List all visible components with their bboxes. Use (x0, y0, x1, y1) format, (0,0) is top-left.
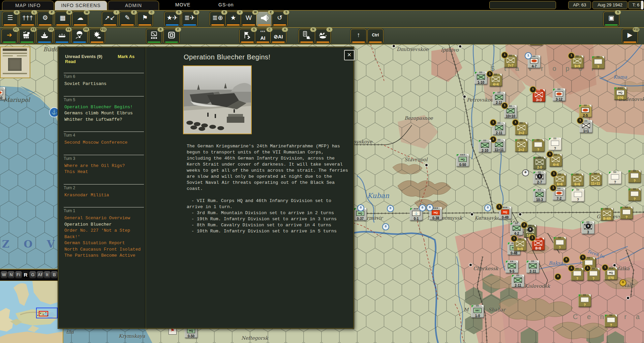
close-icon[interactable]: ✕ (344, 50, 355, 60)
nation-filter-af[interactable]: Af (37, 271, 43, 278)
nation-filter-r[interactable]: R (22, 271, 29, 278)
unit-counter[interactable]: III1=11 (580, 120, 592, 133)
production-factory-button[interactable]: N (299, 29, 315, 44)
losses-graves-button[interactable]: †††L (20, 11, 36, 27)
unit-counter[interactable]: xx4-71 (528, 55, 541, 68)
unit-counter[interactable]: III11=111 (493, 139, 505, 152)
unit-counter[interactable]: III? (553, 237, 566, 250)
nation-filter-it[interactable]: It (44, 271, 51, 278)
europe-minimap[interactable] (0, 281, 63, 343)
unit-counter[interactable]: III11=11 (589, 173, 602, 185)
combat-resolution-button[interactable]: F11 (89, 29, 105, 44)
goto-flag-button[interactable]: G (239, 29, 255, 44)
unit-counter[interactable]: III1-10 (474, 72, 487, 84)
rail-transport-button[interactable]: F2 (19, 29, 35, 44)
air-directives-button[interactable]: ≣✈D (182, 11, 198, 27)
unit-counter[interactable]: III93 (582, 221, 594, 234)
map-modes-button[interactable]: ▦M (55, 11, 71, 27)
objectives-flag-button[interactable]: ⚑C (137, 11, 153, 27)
unit-counter[interactable]: III6=61 (553, 173, 566, 186)
unit-counter[interactable]: III? (592, 56, 605, 69)
tab-admin[interactable]: ADMIN (108, 1, 159, 10)
event-list-item[interactable]: The Partisans Become Active (64, 253, 145, 259)
event-list-item[interactable]: Whither the Luftwaffe? (64, 117, 145, 123)
header-scrollbar[interactable] (641, 1, 643, 9)
unit-counter[interactable]: III2-10 (479, 140, 491, 152)
unit-counter[interactable]: xxxHQ0-491 (499, 206, 512, 219)
orders-list-button[interactable]: ☰O (2, 11, 18, 27)
nation-filter-n[interactable]: N (8, 271, 14, 278)
unit-counter[interactable]: III12-7 (533, 171, 546, 184)
unit-counter[interactable]: III10=101 (504, 105, 517, 118)
unit-counter[interactable]: III? (628, 170, 641, 183)
gs-toggle-label[interactable]: GS-on (218, 2, 234, 7)
ctrl-key-button[interactable]: Ctrl (367, 29, 384, 44)
unit-counter[interactable]: III8=69 (601, 208, 613, 221)
event-list-item[interactable]: General Scenario Overview (64, 215, 145, 222)
unit-counter[interactable]: III? (628, 188, 641, 201)
unit-counter[interactable]: xx10-3 (533, 189, 546, 202)
weather-button[interactable]: ☁W (72, 11, 88, 27)
nation-filter-w[interactable]: W (1, 271, 7, 278)
event-list-item[interactable]: Order No. 227 'Not a Step Back!' (64, 228, 145, 240)
unit-counter[interactable]: III? (605, 314, 617, 327)
unit-counter[interactable]: III7=71 (504, 55, 517, 67)
unit-counter[interactable]: III? (549, 138, 561, 150)
nation-filter-fi[interactable]: Fi (15, 271, 22, 278)
airdrop-button[interactable]: F8 (71, 29, 88, 44)
report-note-button[interactable]: ✎E (119, 11, 135, 27)
formation-frame-button[interactable]: F (163, 29, 180, 44)
events-megaphone-button[interactable]: E (256, 11, 272, 27)
unit-counter[interactable]: III8=81 (532, 237, 545, 250)
unit-counter[interactable]: III2-5 (579, 105, 592, 117)
event-list-item[interactable]: Germans climb Mount Elbrus (64, 110, 145, 117)
unit-counter[interactable]: III9=91 (514, 238, 526, 251)
unit-counter[interactable]: xx9-5 (505, 260, 518, 273)
unit-counter[interactable]: III? (609, 171, 621, 184)
unit-counter[interactable]: III2=21 (515, 122, 528, 135)
unit-counter[interactable]: III2-11 (512, 275, 524, 287)
unit-counter[interactable]: III2-111 (493, 122, 505, 135)
sea-transport-button[interactable]: F3 (36, 29, 53, 44)
event-list-item[interactable]: Where are the Oil Rigs? (64, 163, 145, 169)
unit-counter[interactable]: III?1 (587, 268, 600, 281)
air-doctrine-button[interactable]: ★✈D (164, 11, 180, 27)
next-unit-arrow-button[interactable]: ➔F1 (1, 29, 18, 44)
event-list-item[interactable]: Operation Bluecher Begins! (64, 104, 145, 111)
unit-counter[interactable]: III4=41 (489, 74, 502, 86)
unit-counter[interactable]: III3=31 (532, 89, 545, 102)
shift-key-button[interactable]: ↑ (350, 29, 367, 44)
ai-off-button[interactable]: ⊘AIA (270, 29, 286, 44)
event-list-item[interactable]: Soviet Partisans (64, 81, 145, 87)
unit-counter[interactable]: III0-50 (0, 87, 5, 100)
unit-counter[interactable]: III2=2 (515, 139, 528, 152)
ferry-barge-button[interactable]: F4 (54, 29, 70, 44)
unit-counter[interactable]: xxxHQ0-380 (429, 207, 442, 220)
end-turn-button[interactable]: ▶F12 (622, 29, 638, 44)
unit-counter[interactable]: III? (620, 206, 633, 219)
transfer-arrows-button[interactable]: ↗↙I (102, 11, 118, 27)
tab-map-info[interactable]: MAP INFO (2, 1, 54, 10)
wiki-button[interactable]: WW (241, 11, 257, 27)
unit-counter[interactable]: III6=6 (571, 173, 584, 186)
briefing-projector-button[interactable]: B (146, 29, 162, 44)
destroy-tank-button[interactable]: X (315, 29, 331, 44)
event-list-item[interactable]: Operation Bluecher (64, 222, 145, 228)
ai-corps-button[interactable]: XXXAIC (255, 29, 271, 44)
replay-button[interactable]: ↺S (272, 11, 288, 27)
preferences-gear-button[interactable]: ⚙P (37, 11, 53, 27)
unit-counter[interactable]: IIISEC1-0 (471, 305, 484, 318)
event-list-item[interactable]: North Caucasus Front Isolated (64, 247, 145, 253)
unit-counter[interactable]: III9=91 (571, 55, 584, 68)
event-list-item[interactable]: This Heat (64, 169, 145, 175)
nation-filter-g[interactable]: G (29, 271, 36, 278)
browser-globe-button[interactable]: ≣⊕B (210, 11, 226, 27)
header-text-input[interactable] (489, 1, 556, 9)
unit-counter[interactable]: xx7-21 (553, 188, 565, 200)
unit-counter[interactable]: III3-12 (553, 88, 565, 101)
unit-counter[interactable]: III2-11 (526, 260, 539, 273)
unit-counter[interactable]: xxxHQ0-50 (456, 154, 469, 167)
unit-counter[interactable]: III? (572, 189, 584, 202)
unit-counter[interactable]: xxxHQ0?01 (605, 267, 617, 280)
screens-cycle-button[interactable]: ▣S (603, 11, 619, 27)
